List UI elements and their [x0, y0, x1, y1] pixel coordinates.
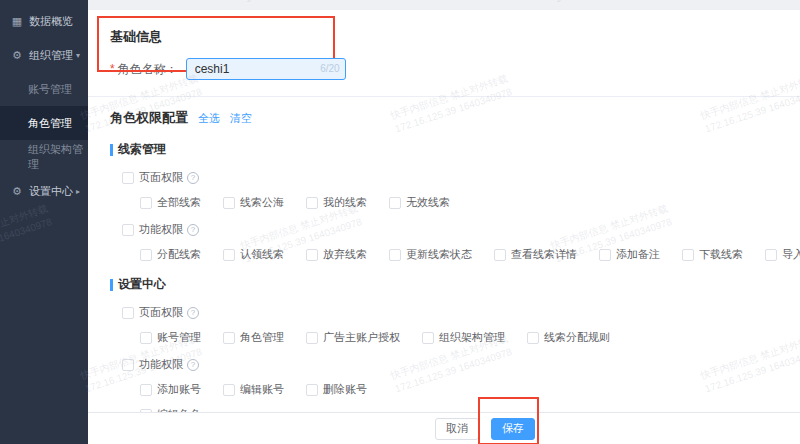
dashboard-icon: ▦ [10, 15, 24, 28]
perm-rows: 添加账号编辑账号删除账号编辑角色添加授权广告主解除授权广告主添加部门删除部门编辑… [140, 382, 800, 412]
permission-groups: 线索管理页面权限?全部线索线索公海我的线索无效线索功能权限?分配线索认领线索放弃… [110, 141, 800, 412]
select-all-link[interactable]: 全选 [198, 111, 220, 126]
content-card: 基础信息 * 角色名称： 6/20 角色权限配置 全选 清空 线索管理页面权限?… [88, 10, 800, 412]
sidebar-item-org-structure[interactable]: 组织架构管理 [0, 140, 88, 174]
char-counter: 6/20 [320, 63, 339, 74]
checkbox[interactable] [494, 249, 506, 261]
perm-group: 线索管理页面权限?全部线索线索公海我的线索无效线索功能权限?分配线索认领线索放弃… [110, 141, 800, 262]
save-button[interactable]: 保存 [491, 418, 535, 440]
perm-item: 分配线索 [140, 247, 201, 262]
perm-item: 我的线索 [306, 195, 367, 210]
perm-item: 线索分配规则 [527, 330, 610, 345]
perm-item-label: 我的线索 [323, 195, 367, 210]
info-icon[interactable]: ? [187, 359, 199, 371]
perm-item: 查看线索详情 [494, 247, 577, 262]
basic-info-title: 基础信息 [110, 18, 800, 46]
checkbox[interactable] [422, 332, 434, 344]
checkbox[interactable] [122, 172, 134, 184]
group-accent-bar [110, 279, 113, 291]
checkbox[interactable] [223, 384, 235, 396]
perm-item-label: 组织架构管理 [439, 330, 505, 345]
checkbox[interactable] [765, 249, 777, 261]
perm-subgroup: 功能权限?添加账号编辑账号删除账号编辑角色添加授权广告主解除授权广告主添加部门删… [122, 357, 800, 412]
checkbox[interactable] [306, 249, 318, 261]
perm-item: 线索公海 [223, 195, 284, 210]
perm-item-label: 角色管理 [240, 330, 284, 345]
checkbox[interactable] [122, 224, 134, 236]
perm-item: 添加备注 [599, 247, 660, 262]
app-window: ▦数据概览⚙组织管理▾账号管理角色管理组织架构管理⚙设置中心▸ 基础信息 * 角… [0, 0, 800, 444]
info-icon[interactable]: ? [187, 172, 199, 184]
perm-subgroup-label: 功能权限 [139, 222, 183, 237]
role-name-input-wrap: 6/20 [186, 58, 346, 80]
sidebar-item-role-management[interactable]: 角色管理 [0, 106, 88, 140]
checkbox[interactable] [122, 359, 134, 371]
perm-group: 设置中心页面权限?账号管理角色管理广告主账户授权组织架构管理线索分配规则功能权限… [110, 276, 800, 412]
perm-item: 广告主账户授权 [306, 330, 400, 345]
perm-subgroup: 功能权限?分配线索认领线索放弃线索更新线索状态查看线索详情添加备注下载线索导入线… [122, 222, 800, 262]
perm-row: 分配线索认领线索放弃线索更新线索状态查看线索详情添加备注下载线索导入线索 [140, 247, 800, 262]
checkbox[interactable] [389, 197, 401, 209]
checkbox[interactable] [140, 332, 152, 344]
main-area: 基础信息 * 角色名称： 6/20 角色权限配置 全选 清空 线索管理页面权限?… [88, 0, 800, 444]
perm-group-label: 线索管理 [118, 141, 166, 158]
permission-title: 角色权限配置 [110, 109, 188, 127]
perm-item-label: 编辑账号 [240, 382, 284, 397]
cancel-button[interactable]: 取消 [435, 418, 479, 440]
perm-item-label: 更新线索状态 [406, 247, 472, 262]
perm-subgroup-label: 页面权限 [139, 170, 183, 185]
perm-row: 账号管理角色管理广告主账户授权组织架构管理线索分配规则 [140, 330, 800, 345]
chevron-icon: ▸ [76, 187, 80, 196]
perm-item: 无效线索 [389, 195, 450, 210]
perm-subgroup: 页面权限?账号管理角色管理广告主账户授权组织架构管理线索分配规则 [122, 305, 800, 345]
perm-item-label: 添加备注 [616, 247, 660, 262]
perm-item: 放弃线索 [306, 247, 367, 262]
perm-item: 删除账号 [306, 382, 367, 397]
perm-item: 编辑账号 [223, 382, 284, 397]
sidebar-item-org-management[interactable]: ⚙组织管理▾ [0, 38, 88, 72]
checkbox[interactable] [306, 332, 318, 344]
perm-item-label: 线索公海 [240, 195, 284, 210]
sidebar: ▦数据概览⚙组织管理▾账号管理角色管理组织架构管理⚙设置中心▸ [0, 0, 88, 444]
info-icon[interactable]: ? [187, 307, 199, 319]
footer-bar: 取消 保存 [88, 412, 800, 444]
perm-item-label: 添加账号 [157, 382, 201, 397]
perm-item-label: 查看线索详情 [511, 247, 577, 262]
perm-item-label: 下载线索 [699, 247, 743, 262]
checkbox[interactable] [599, 249, 611, 261]
permission-header: 角色权限配置 全选 清空 [110, 109, 800, 127]
checkbox[interactable] [306, 384, 318, 396]
perm-item-label: 认领线索 [240, 247, 284, 262]
save-button-wrap: 保存 [491, 418, 535, 440]
chevron-icon: ▾ [76, 51, 80, 60]
checkbox[interactable] [140, 384, 152, 396]
role-name-field-row: * 角色名称： 6/20 [110, 58, 800, 80]
checkbox[interactable] [223, 197, 235, 209]
checkbox[interactable] [223, 332, 235, 344]
checkbox[interactable] [223, 249, 235, 261]
checkbox[interactable] [682, 249, 694, 261]
sidebar-item-settings-center[interactable]: ⚙设置中心▸ [0, 174, 88, 208]
perm-rows: 全部线索线索公海我的线索无效线索 [140, 195, 800, 210]
sidebar-item-label: 设置中心 [29, 184, 73, 199]
perm-item: 认领线索 [223, 247, 284, 262]
group-accent-bar [110, 144, 113, 156]
checkbox[interactable] [527, 332, 539, 344]
sidebar-item-account-management[interactable]: 账号管理 [0, 72, 88, 106]
checkbox[interactable] [140, 249, 152, 261]
perm-item-label: 广告主账户授权 [323, 330, 400, 345]
perm-item: 添加账号 [140, 382, 201, 397]
sidebar-item-data-overview[interactable]: ▦数据概览 [0, 4, 88, 38]
perm-item: 角色管理 [223, 330, 284, 345]
checkbox[interactable] [140, 197, 152, 209]
role-name-label: 角色名称： [118, 61, 178, 78]
checkbox[interactable] [389, 249, 401, 261]
perm-item: 更新线索状态 [389, 247, 472, 262]
info-icon[interactable]: ? [187, 224, 199, 236]
perm-subgroup: 页面权限?全部线索线索公海我的线索无效线索 [122, 170, 800, 210]
checkbox[interactable] [122, 307, 134, 319]
sidebar-item-label: 账号管理 [28, 82, 72, 97]
checkbox[interactable] [306, 197, 318, 209]
perm-item-label: 无效线索 [406, 195, 450, 210]
clear-link[interactable]: 清空 [230, 111, 252, 126]
